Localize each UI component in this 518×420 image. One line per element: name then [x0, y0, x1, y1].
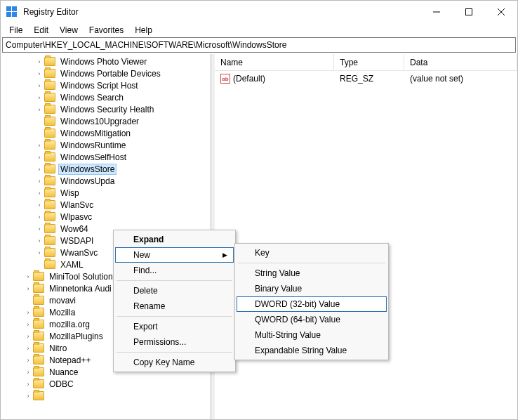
tree-item[interactable]: ›ODBC [1, 378, 211, 390]
folder-icon [33, 272, 44, 281]
chevron-right-icon[interactable]: › [23, 355, 33, 365]
tree-item[interactable]: ›Windows Search [1, 91, 211, 103]
chevron-right-icon[interactable]: › [34, 81, 44, 91]
ctx-separator [117, 280, 232, 281]
close-button[interactable] [485, 1, 517, 23]
folder-icon [33, 355, 44, 365]
ctx-find[interactable]: Find... [115, 263, 234, 278]
folder-icon [44, 224, 55, 233]
tree-item[interactable]: ›WindowsUpda [1, 175, 211, 187]
chevron-right-icon[interactable]: › [34, 152, 44, 162]
ctx-permissions[interactable]: Permissions... [115, 334, 234, 350]
tree-item[interactable]: ›WindowsMitigation [1, 127, 211, 139]
chevron-right-icon[interactable]: › [34, 248, 44, 258]
chevron-right-icon[interactable]: › [34, 188, 44, 198]
chevron-right-icon[interactable]: › [23, 284, 33, 294]
menu-edit[interactable]: Edit [28, 24, 54, 37]
chevron-right-icon[interactable]: › [23, 332, 33, 341]
tree-item[interactable]: ›Windows Security Health [1, 103, 211, 115]
column-header-name[interactable]: Name [215, 54, 334, 70]
chevron-right-icon[interactable]: › [34, 200, 44, 210]
tree-item-label: Nuance [47, 367, 80, 377]
tree-item-label: Windows Script Host [58, 81, 140, 91]
list-row[interactable]: ab (Default) REG_SZ (value not set) [215, 71, 517, 86]
tree-item-label: Mozilla [47, 308, 77, 317]
chevron-right-icon[interactable]: › [34, 236, 44, 246]
list-header: Name Type Data [215, 54, 517, 71]
chevron-right-icon[interactable]: › [23, 379, 33, 389]
ctx-new[interactable]: New ▶ [115, 247, 234, 263]
chevron-right-icon[interactable]: › [23, 343, 33, 353]
chevron-right-icon[interactable]: › [34, 224, 44, 234]
column-header-type[interactable]: Type [334, 54, 404, 70]
ctx-delete[interactable]: Delete [115, 283, 234, 298]
menu-favorites[interactable]: Favorites [84, 24, 129, 37]
ctx-rename[interactable]: Rename [115, 298, 234, 314]
ctx-separator [117, 316, 232, 317]
tree-item[interactable]: ›WindowsSelfHost [1, 151, 211, 163]
ctx-separator [117, 352, 232, 353]
tree-item-label: WindowsSelfHost [58, 152, 128, 162]
address-bar-text: Computer\HKEY_LOCAL_MACHINE\SOFTWARE\Mic… [6, 40, 286, 50]
ctx-new-dword[interactable]: DWORD (32-bit) Value [237, 296, 387, 312]
chevron-right-icon[interactable]: › [34, 105, 44, 114]
ctx-expand[interactable]: Expand [115, 232, 234, 247]
tree-item-label: WwanSvc [58, 248, 100, 258]
tree-item[interactable]: ›Windows Photo Viewer [1, 55, 211, 67]
tree-item-label: MozillaPlugins [47, 332, 105, 341]
tree-item[interactable]: › [1, 390, 211, 402]
tree-item[interactable]: ›Wisp [1, 187, 211, 199]
ctx-copy-key-name[interactable]: Copy Key Name [115, 355, 234, 370]
tree-item-label: WindowsMitigation [58, 129, 133, 138]
menu-file[interactable]: File [4, 24, 28, 37]
tree-item[interactable]: ›WlanSvc [1, 199, 211, 211]
tree-item-label: Windows10Upgrader [58, 117, 141, 126]
folder-icon [33, 308, 44, 317]
string-value-icon: ab [220, 74, 230, 84]
chevron-right-icon[interactable]: › [34, 57, 44, 67]
chevron-right-icon[interactable]: › [23, 272, 33, 282]
window-title: Registry Editor [23, 7, 420, 17]
folder-icon [44, 188, 55, 197]
tree-item[interactable]: ›Wlpasvc [1, 211, 211, 223]
tree-item[interactable]: ›Windows Script Host [1, 79, 211, 91]
menu-help[interactable]: Help [129, 24, 158, 37]
address-bar[interactable]: Computer\HKEY_LOCAL_MACHINE\SOFTWARE\Mic… [2, 37, 516, 53]
tree-item-label: ODBC [47, 379, 76, 389]
chevron-right-icon[interactable]: › [34, 176, 44, 186]
folder-icon [33, 343, 44, 353]
chevron-right-icon[interactable]: › [34, 164, 44, 174]
tree-item-label: mozilla.org [47, 320, 92, 329]
ctx-new-binary[interactable]: Binary Value [237, 281, 387, 296]
ctx-new-key[interactable]: Key [237, 245, 387, 261]
ctx-new-expandable[interactable]: Expandable String Value [237, 343, 387, 358]
submenu-arrow-icon: ▶ [223, 251, 227, 258]
chevron-right-icon[interactable]: › [23, 391, 33, 401]
column-header-data[interactable]: Data [404, 54, 517, 70]
folder-icon [44, 129, 55, 138]
menu-view[interactable]: View [54, 24, 84, 37]
chevron-right-icon[interactable]: › [23, 367, 33, 377]
tree-item[interactable]: ›Windows10Upgrader [1, 115, 211, 127]
ctx-export[interactable]: Export [115, 319, 234, 334]
folder-icon [44, 260, 55, 269]
tree-item[interactable]: ›WindowsStore [1, 163, 211, 175]
tree-item-label: Windows Photo Viewer [58, 57, 149, 67]
ctx-new-qword[interactable]: QWORD (64-bit) Value [237, 312, 387, 327]
tree-item[interactable]: ›WindowsRuntime [1, 139, 211, 151]
minimize-button[interactable] [420, 1, 453, 23]
folder-icon [44, 69, 55, 78]
tree-item[interactable]: ›Windows Portable Devices [1, 67, 211, 79]
value-type: REG_SZ [340, 74, 373, 84]
maximize-button[interactable] [453, 1, 485, 23]
context-menu: Expand New ▶ Find... Delete Rename Expor… [113, 230, 236, 372]
ctx-new-string[interactable]: String Value [237, 265, 387, 281]
chevron-right-icon[interactable]: › [34, 93, 44, 103]
ctx-new-multistring[interactable]: Multi-String Value [237, 327, 387, 343]
chevron-right-icon[interactable]: › [23, 320, 33, 329]
folder-icon [33, 332, 44, 341]
chevron-right-icon[interactable]: › [34, 69, 44, 79]
chevron-right-icon[interactable]: › [23, 308, 33, 317]
chevron-right-icon[interactable]: › [34, 212, 44, 222]
chevron-right-icon[interactable]: › [34, 140, 44, 150]
